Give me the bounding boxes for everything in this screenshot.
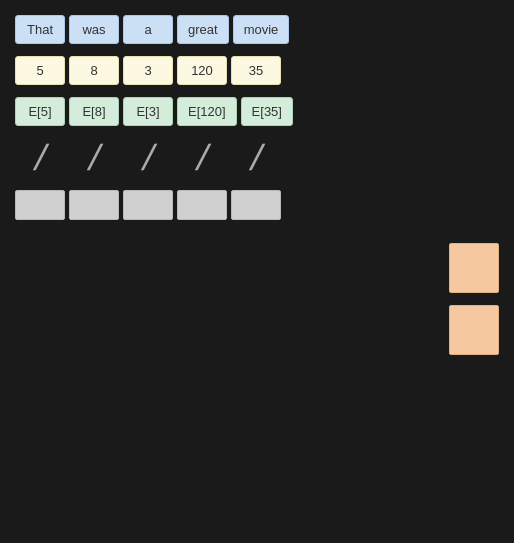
slash-icon-4: ╱ [177, 138, 227, 178]
bottom-section [0, 243, 514, 355]
gray-box-2 [69, 190, 119, 220]
slash-icon-1: ╱ [15, 138, 65, 178]
number-token-5: 5 [15, 56, 65, 85]
gray-box-5 [231, 190, 281, 220]
number-token-row: 5 8 3 120 35 [15, 56, 499, 85]
word-token-a: a [123, 15, 173, 44]
number-token-35: 35 [231, 56, 281, 85]
word-token-row: That was a great movie [15, 15, 499, 44]
number-token-120: 120 [177, 56, 227, 85]
slash-icon-row: ╱ ╱ ╱ ╱ ╱ [15, 138, 499, 178]
embedding-token-row: E[5] E[8] E[3] E[120] E[35] [15, 97, 499, 126]
gray-box-3 [123, 190, 173, 220]
peach-box-1 [449, 243, 499, 293]
embedding-token-35: E[35] [241, 97, 293, 126]
peach-box-2 [449, 305, 499, 355]
slash-icon-5: ╱ [231, 138, 281, 178]
slash-icon-3: ╱ [123, 138, 173, 178]
number-token-3: 3 [123, 56, 173, 85]
embedding-token-5: E[5] [15, 97, 65, 126]
gray-box-1 [15, 190, 65, 220]
embedding-token-3: E[3] [123, 97, 173, 126]
word-token-movie: movie [233, 15, 290, 44]
word-token-great: great [177, 15, 229, 44]
word-token-that: That [15, 15, 65, 44]
number-token-8: 8 [69, 56, 119, 85]
gray-box-row [15, 190, 499, 220]
word-token-was: was [69, 15, 119, 44]
slash-icon-2: ╱ [69, 138, 119, 178]
embedding-token-8: E[8] [69, 97, 119, 126]
embedding-token-120: E[120] [177, 97, 237, 126]
gray-box-4 [177, 190, 227, 220]
